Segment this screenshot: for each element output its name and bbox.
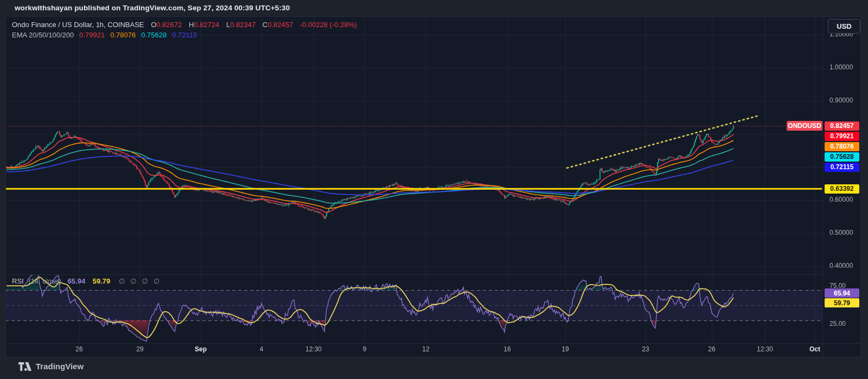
low-value: 0.82347 bbox=[230, 21, 256, 29]
close-value: 0.82457 bbox=[267, 21, 293, 29]
rsi-title: RSI bbox=[12, 277, 24, 285]
open-value: 0.82672 bbox=[156, 21, 182, 29]
high-label: H0.82724 bbox=[189, 21, 219, 29]
time-axis-label: 16 bbox=[491, 345, 524, 353]
rsi-label-badge: 65.94 bbox=[825, 288, 859, 298]
publish-bar: workwithshayan published on TradingView.… bbox=[15, 4, 290, 12]
price-axis-tick: 0.50000 bbox=[829, 229, 853, 236]
low-label: L0.82347 bbox=[226, 21, 256, 29]
ema-value: 0.72115 bbox=[172, 31, 197, 39]
time-axis-label: 12:30 bbox=[749, 345, 781, 353]
price-axis-tick: 0.40000 bbox=[829, 262, 853, 269]
change-value: -0.00228 (-0.28%) bbox=[300, 21, 357, 29]
rsi-header: RSI (14, close) 65.94 59.79 ∅∅∅∅ bbox=[12, 277, 165, 285]
price-label-badge: 0.72115 bbox=[825, 163, 859, 172]
ema-value: 0.78076 bbox=[110, 31, 136, 39]
symbol-title: Ondo Finance / US Dollar, 1h, COINBASE bbox=[12, 21, 144, 29]
price-axis-tick: 1.00000 bbox=[829, 63, 853, 71]
time-axis-label: 4 bbox=[245, 345, 278, 353]
ema-header: EMA 20/50/100/2000.799210.780760.756280.… bbox=[12, 31, 197, 39]
time-axis-label: 23 bbox=[629, 345, 662, 353]
time-axis-label: 19 bbox=[549, 345, 582, 353]
price-label-badge: 0.78076 bbox=[825, 142, 859, 151]
tradingview-wordmark: TradingView bbox=[36, 362, 84, 371]
tradingview-glyph-icon bbox=[18, 362, 31, 371]
time-axis-label: 9 bbox=[348, 345, 381, 353]
rsi-params: (14, close) bbox=[28, 277, 61, 285]
symbol-header: Ondo Finance / US Dollar, 1h, COINBASE O… bbox=[12, 21, 357, 29]
rsi-axis-tick: 25.00 bbox=[829, 320, 846, 327]
price-label-badge: 0.79921 bbox=[825, 132, 859, 141]
price-label-badge: 0.82457 bbox=[825, 121, 859, 131]
time-axis-label: 26 bbox=[63, 345, 95, 353]
high-value: 0.82724 bbox=[194, 21, 219, 29]
price-label-badge: 0.75628 bbox=[825, 152, 859, 162]
ema-value: 0.75628 bbox=[141, 31, 167, 39]
symbol-price-tag: ONDOUSD bbox=[787, 121, 822, 131]
publish-text: workwithshayan published on TradingView.… bbox=[15, 4, 290, 12]
time-axis-label: Sep bbox=[184, 345, 217, 353]
rsi-label-badge: 59.79 bbox=[825, 298, 859, 307]
ema-label: EMA 20/50/100/200 bbox=[12, 31, 74, 39]
chart-canvas[interactable] bbox=[0, 0, 868, 379]
rsi-empty-inputs: ∅∅∅∅ bbox=[119, 277, 165, 285]
tradingview-logo[interactable]: TradingView bbox=[18, 362, 84, 371]
currency-button[interactable]: USD bbox=[828, 19, 860, 34]
price-axis-tick: 0.60000 bbox=[829, 196, 853, 203]
ema-value: 0.79921 bbox=[79, 31, 105, 39]
rsi-value: 65.94 bbox=[68, 277, 86, 285]
time-axis-label: 12:30 bbox=[297, 345, 330, 353]
time-axis-label: 29 bbox=[124, 345, 156, 353]
open-label: O0.82672 bbox=[151, 21, 182, 29]
rsi-ma-value: 59.79 bbox=[93, 277, 111, 285]
currency-label: USD bbox=[837, 22, 851, 30]
time-axis-label: 12 bbox=[410, 345, 442, 353]
price-axis-tick: 0.90000 bbox=[829, 97, 853, 104]
time-axis-label: 26 bbox=[695, 345, 728, 353]
price-label-badge: 0.63392 bbox=[825, 184, 859, 194]
close-label: C0.82457 bbox=[263, 21, 293, 29]
chart-app: workwithshayan published on TradingView.… bbox=[0, 0, 868, 379]
time-axis-label: Oct bbox=[799, 345, 831, 353]
